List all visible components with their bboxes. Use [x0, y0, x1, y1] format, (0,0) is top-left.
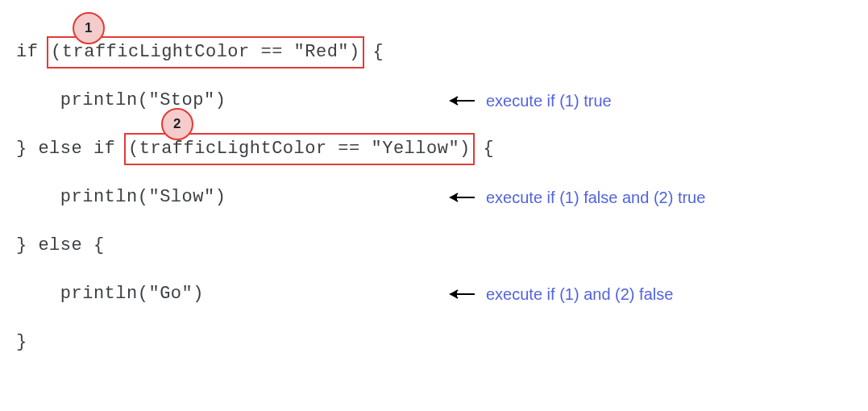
code-text: if: [16, 44, 49, 61]
annotation-2: execute if (1) false and (2) true: [447, 189, 705, 206]
code-line-3: } else if (trafficLightColor == "Yellow"…: [16, 137, 852, 161]
arrow-left-icon: [447, 192, 475, 203]
annotation-text: execute if (1) true: [486, 93, 612, 109]
annotation-3: execute if (1) and (2) false: [447, 286, 673, 302]
code-text: println("Slow"): [16, 189, 226, 206]
annotation-text: execute if (1) and (2) false: [486, 286, 673, 302]
code-diagram: 1 2 if (trafficLightColor == "Red") { pr…: [16, 16, 852, 355]
annotation-1: execute if (1) true: [447, 93, 612, 109]
badge-2-label: 2: [173, 116, 181, 132]
svg-marker-2: [449, 290, 457, 298]
svg-marker-0: [449, 97, 457, 105]
code-text: println("Go"): [16, 285, 204, 303]
code-text: } else if: [16, 140, 127, 158]
badge-2: 2: [161, 108, 193, 140]
badge-1: 1: [73, 12, 105, 44]
arrow-left-icon: [447, 289, 475, 300]
svg-marker-1: [449, 193, 457, 201]
arrow-left-icon: [447, 95, 475, 106]
code-line-5: } else {: [16, 234, 852, 258]
code-text: {: [472, 140, 494, 158]
code-line-1: if (trafficLightColor == "Red") {: [16, 40, 852, 64]
code-text: } else {: [16, 237, 105, 255]
code-line-6: println("Go") execute if (1) and (2) fal…: [16, 282, 852, 306]
code-line-7: }: [16, 330, 852, 355]
code-text: println("Stop"): [16, 92, 226, 110]
code-text: }: [16, 334, 27, 351]
code-text: {: [362, 44, 384, 61]
code-line-2: println("Stop") execute if (1) true: [16, 89, 852, 113]
code-line-4: println("Slow") execute if (1) false and…: [16, 185, 852, 210]
annotation-text: execute if (1) false and (2) true: [486, 189, 705, 206]
badge-1-label: 1: [85, 20, 93, 36]
